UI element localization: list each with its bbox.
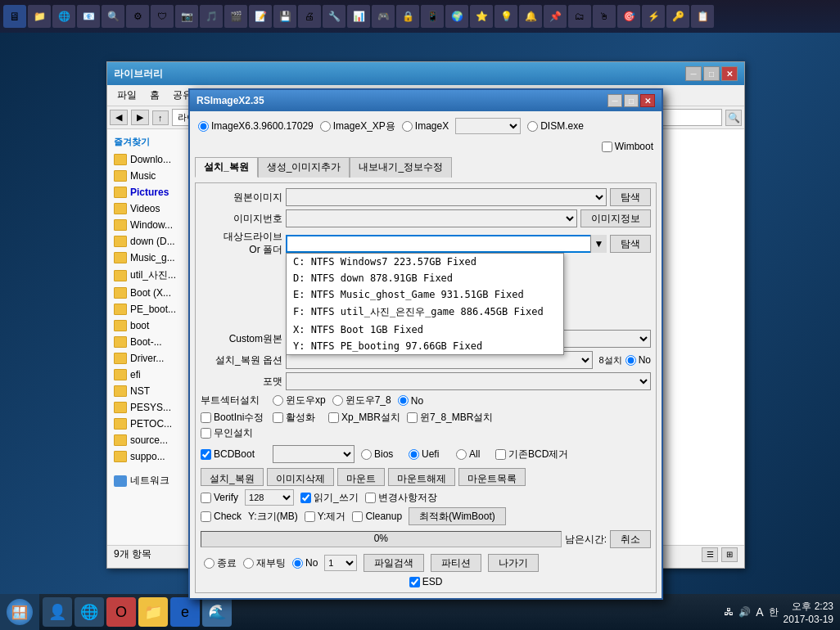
verify-checkbox[interactable]: Verify — [201, 492, 238, 503]
close-option[interactable]: 종료 — [204, 556, 237, 570]
taskbar-icon-1[interactable]: 👤 — [43, 597, 72, 627]
activate-checkbox[interactable]: 활성화 — [273, 411, 322, 425]
format-combo[interactable] — [286, 372, 651, 390]
grid-view-button[interactable]: ⊞ — [721, 547, 738, 562]
close-button[interactable]: ✕ — [721, 66, 738, 81]
install-restore-button[interactable]: 설치_복원 — [201, 468, 264, 486]
win78-mbr-checkbox[interactable]: 윈7_8_MBR설치 — [407, 411, 493, 425]
taskbar-top-icon[interactable]: 🖱 — [593, 5, 616, 28]
cleanup-checkbox[interactable]: Cleanup — [352, 511, 402, 522]
no-option-2[interactable]: No — [292, 557, 318, 569]
image-info-button[interactable]: 이미지정보 — [580, 209, 651, 227]
xp-mbr-checkbox[interactable]: Xp_MBR설치 — [328, 411, 400, 425]
taskbar-top-icon[interactable]: 📋 — [691, 5, 714, 28]
taskbar-top-icon[interactable]: 🛡 — [151, 5, 174, 28]
windows-xp-option[interactable]: 윈도우xp — [273, 394, 326, 407]
drive-item-y[interactable]: Y: NTFS PE_booting 97.66GB Fixed — [287, 338, 563, 354]
mount-log-button[interactable]: 마운트목록 — [458, 468, 526, 486]
taskbar-top-icon[interactable]: 📊 — [347, 5, 370, 28]
taskbar-top-icon[interactable]: 📧 — [77, 5, 100, 28]
no-8-setup[interactable]: 8설치 — [599, 354, 622, 367]
file-search-button[interactable]: 파일검색 — [364, 554, 424, 572]
uefi-option[interactable]: Uefi — [409, 448, 449, 460]
imagex-v6-option[interactable]: ImageX6.3.9600.17029 — [198, 120, 314, 132]
wimboot-checkbox[interactable]: Wimboot — [602, 141, 653, 152]
list-view-button[interactable]: ☰ — [702, 547, 718, 562]
tab-create-image[interactable]: 생성_이미지추가 — [258, 157, 350, 178]
source-image-combo[interactable] — [286, 188, 607, 206]
tab-install-restore[interactable]: 설치_복원 — [195, 157, 258, 178]
start-orb[interactable]: 🪟 — [0, 594, 39, 630]
partition-button[interactable]: 파티션 — [431, 554, 481, 572]
check-checkbox[interactable]: Check — [201, 511, 242, 522]
browse-button-2[interactable]: 탐색 — [610, 235, 651, 253]
taskbar-icon-2[interactable]: 🌐 — [75, 597, 104, 627]
all-option[interactable]: All — [456, 448, 489, 460]
drive-item-x[interactable]: X: NTFS Boot 1GB Fixed — [287, 322, 563, 338]
taskbar-top-icon[interactable]: 🔧 — [323, 5, 345, 28]
drive-item-f[interactable]: F: NTFS util_사진_은진우_game 886.45GB Fixed — [287, 303, 563, 322]
tray-icon-network[interactable]: 🖧 — [724, 606, 734, 618]
change-save-checkbox[interactable]: 변경사항저장 — [365, 491, 437, 505]
taskbar-icon-4[interactable]: 📁 — [138, 597, 168, 627]
taskbar-top-icon[interactable]: 🎮 — [372, 5, 395, 28]
taskbar-top-icon[interactable]: 🎬 — [224, 5, 247, 28]
taskbar-top-icon[interactable]: 🔍 — [102, 5, 124, 28]
bios-option[interactable]: Bios — [361, 448, 402, 460]
y-remove-checkbox[interactable]: Y:제거 — [305, 510, 346, 524]
dialog-close-button[interactable]: ✕ — [640, 94, 655, 107]
next-button[interactable]: 나가기 — [488, 554, 539, 572]
imagex-xp-option[interactable]: ImageX_XP용 — [320, 119, 395, 133]
target-drive-input[interactable] — [286, 235, 607, 253]
dialog-minimize-button[interactable]: ─ — [607, 94, 622, 107]
taskbar-top-icon[interactable]: 🔑 — [666, 5, 689, 28]
drive-item-e[interactable]: E: NTFS Music_ghost_Game 931.51GB Fixed — [287, 286, 563, 303]
imagex-dropdown[interactable] — [455, 118, 521, 134]
taskbar-top-icon[interactable]: 🖥 — [3, 5, 26, 28]
taskbar-top-icon[interactable]: 💾 — [273, 5, 296, 28]
taskbar-top-icon[interactable]: 📁 — [28, 5, 51, 28]
imagex-std-option[interactable]: ImageX — [402, 120, 449, 132]
tray-icon-kor[interactable]: 한 — [769, 605, 779, 619]
taskbar-icon-6[interactable]: 🌊 — [202, 597, 232, 627]
mount-button[interactable]: 마운트 — [337, 468, 385, 486]
bcd-boot-combo[interactable] — [273, 445, 355, 463]
existing-bcd-checkbox[interactable]: 기존BCD제거 — [495, 448, 568, 461]
taskbar-top-icon[interactable]: ⚙ — [126, 5, 149, 28]
browse-button-1[interactable]: 탐색 — [610, 188, 651, 206]
taskbar-top-icon[interactable]: 🗂 — [568, 5, 591, 28]
tray-icon-volume[interactable]: 🔊 — [738, 606, 751, 618]
taskbar-top-icon[interactable]: 🔒 — [396, 5, 419, 28]
cancel-button[interactable]: 취소 — [610, 530, 651, 548]
windows7-option[interactable]: 윈도우7_8 — [332, 394, 391, 407]
no-boot-option[interactable]: No — [398, 395, 423, 407]
back-button[interactable]: ◀ — [110, 110, 128, 125]
taskbar-top-icon[interactable]: 🌐 — [52, 5, 75, 28]
unmount-button[interactable]: 마운트해제 — [388, 468, 455, 486]
menu-item-home[interactable]: 홈 — [143, 87, 166, 104]
taskbar-top-icon[interactable]: 📌 — [544, 5, 567, 28]
taskbar-top-icon[interactable]: 📱 — [421, 5, 444, 28]
taskbar-top-icon[interactable]: ⭐ — [470, 5, 493, 28]
taskbar-top-icon[interactable]: 💡 — [495, 5, 517, 28]
taskbar-icon-5[interactable]: e — [170, 597, 200, 627]
clock[interactable]: 오후 2:23 2017-03-19 — [784, 600, 833, 625]
forward-button[interactable]: ▶ — [131, 110, 149, 125]
drive-item-d[interactable]: D: NTFS down 878.91GB Fixed — [287, 270, 563, 286]
drive-item-c[interactable]: C: NTFS Windows7 223.57GB Fixed — [287, 254, 563, 270]
count-combo[interactable]: 1 — [324, 555, 357, 571]
optimize-button[interactable]: 최적화(WimBoot) — [409, 507, 506, 525]
read-write-checkbox[interactable]: 읽기_쓰기 — [300, 491, 359, 505]
search-icon[interactable]: 🔍 — [725, 110, 742, 126]
image-num-combo[interactable] — [286, 209, 577, 227]
no-option[interactable]: No — [625, 354, 651, 366]
taskbar-top-icon[interactable]: 🖨 — [298, 5, 321, 28]
taskbar-top-icon[interactable]: 🌍 — [445, 5, 468, 28]
taskbar-top-icon[interactable]: 📷 — [175, 5, 198, 28]
up-button[interactable]: ↑ — [152, 110, 169, 125]
unattended-checkbox[interactable]: 무인설치 — [201, 426, 266, 440]
taskbar-top-icon[interactable]: 🎯 — [617, 5, 640, 28]
size-combo[interactable]: 128 — [245, 489, 294, 506]
taskbar-top-icon[interactable]: 🔔 — [519, 5, 542, 28]
target-drive-arrow[interactable]: ▼ — [590, 235, 607, 253]
